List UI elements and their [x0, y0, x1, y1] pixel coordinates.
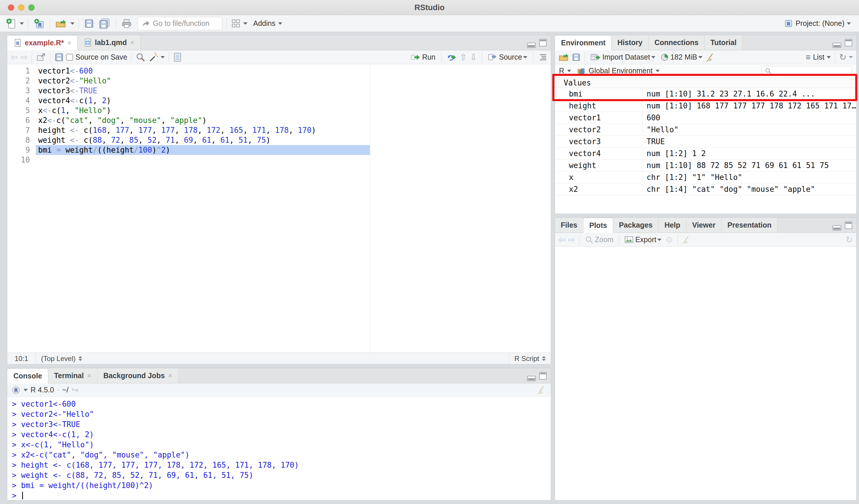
environment-row[interactable]: heightnum [1:10] 168 177 177 177 178 172…	[555, 100, 856, 112]
tab-help[interactable]: Help	[659, 218, 686, 233]
refresh-icon[interactable]: ↻	[839, 53, 846, 62]
save-workspace-icon[interactable]	[572, 53, 581, 62]
list-view-caret[interactable]	[827, 56, 831, 59]
code-line[interactable]: vector4<-c(1, 2)	[36, 96, 370, 106]
maximize-pane-icon[interactable]	[539, 372, 547, 380]
code-line[interactable]	[36, 155, 370, 165]
environment-row[interactable]: weightnum [1:10] 88 72 85 52 71 69 61 61…	[555, 160, 856, 172]
tab-history[interactable]: History	[612, 35, 649, 50]
code-line[interactable]: height <- c(168, 177, 177, 177, 178, 172…	[36, 125, 370, 135]
minimize-pane-icon[interactable]	[832, 225, 841, 231]
source-dropdown-caret[interactable]	[523, 56, 527, 59]
goto-file-function-box[interactable]	[137, 17, 222, 30]
clear-console-broom-icon[interactable]	[537, 385, 547, 395]
document-outline-icon[interactable]	[538, 53, 547, 61]
new-file-button[interactable]	[5, 17, 17, 30]
forward-icon[interactable]: ⇨	[20, 53, 28, 62]
language-selector-label[interactable]: R	[559, 66, 564, 75]
code-line[interactable]: vector3<-TRUE	[36, 86, 370, 96]
close-icon[interactable]: ×	[67, 38, 72, 47]
back-icon[interactable]: ⇦	[11, 53, 18, 62]
r-version-dropdown[interactable]	[24, 389, 28, 391]
close-icon[interactable]: ×	[130, 38, 134, 47]
project-menu-button[interactable]: R Project: (None)	[783, 18, 852, 29]
tab-console[interactable]: Console	[7, 368, 48, 383]
clear-environment-broom-icon[interactable]	[706, 52, 716, 62]
popout-window-icon[interactable]	[36, 52, 46, 62]
code-line[interactable]: bmi = weight/((height/100)^2)	[36, 145, 370, 155]
code-tools-wand-icon[interactable]	[148, 52, 158, 62]
tab-terminal[interactable]: Terminal ×	[48, 368, 98, 383]
save-button[interactable]	[83, 18, 95, 29]
find-replace-icon[interactable]	[136, 52, 146, 62]
pane-layout-button[interactable]	[231, 19, 241, 28]
source-on-save-checkbox[interactable]	[66, 54, 73, 61]
clear-plots-broom-icon[interactable]	[682, 235, 691, 245]
code-line[interactable]: vector1<-600	[36, 66, 370, 76]
code-line[interactable]: x2<-c("cat", "dog", "mouse", "apple")	[36, 115, 370, 125]
global-environment-label[interactable]: Global Environment	[589, 66, 653, 75]
refresh-plots-icon[interactable]: ↻	[846, 235, 853, 244]
console-prompt-line[interactable]: >	[12, 491, 551, 500]
share-directory-icon[interactable]: ↪	[71, 386, 78, 394]
tab-lab1-qmd[interactable]: lab1.qmd ×	[78, 35, 140, 50]
language-selector-caret[interactable]	[567, 70, 571, 72]
go-to-next-chunk-icon[interactable]: ⇩	[470, 53, 477, 62]
maximize-pane-icon[interactable]	[539, 39, 547, 47]
environment-row[interactable]: vector2"Hello"	[555, 124, 856, 136]
code-editor-area[interactable]: 12345678910 vector1<-600vector2<-"Hello"…	[7, 64, 551, 352]
refresh-caret[interactable]	[849, 56, 853, 59]
close-icon[interactable]: ×	[168, 371, 172, 380]
print-button[interactable]	[120, 17, 133, 30]
go-to-previous-chunk-icon[interactable]: ⇧	[460, 53, 467, 62]
previous-plot-icon[interactable]: ⇦	[558, 235, 566, 244]
open-file-button[interactable]	[54, 17, 68, 30]
tab-viewer[interactable]: Viewer	[687, 218, 722, 233]
minimize-pane-icon[interactable]	[832, 43, 841, 48]
zoom-plot-button[interactable]: Zoom	[584, 235, 615, 245]
rerun-icon[interactable]	[447, 53, 457, 62]
code-line[interactable]: weight <- c(88, 72, 85, 52, 71, 69, 61, …	[36, 135, 370, 145]
memory-usage-button[interactable]: 182 MiB	[659, 52, 704, 63]
tab-presentation[interactable]: Presentation	[722, 218, 778, 233]
tab-packages[interactable]: Packages	[613, 218, 659, 233]
maximize-pane-icon[interactable]	[845, 221, 852, 229]
close-icon[interactable]: ×	[87, 371, 91, 380]
goto-file-function-input[interactable]	[153, 19, 218, 28]
maximize-pane-icon[interactable]	[845, 39, 852, 47]
minimize-pane-icon[interactable]	[527, 376, 536, 381]
save-icon[interactable]	[55, 52, 64, 62]
remove-plot-icon[interactable]	[665, 235, 674, 244]
code-line[interactable]: x<-c(1, "Hello")	[36, 106, 370, 115]
environment-row[interactable]: vector3TRUE	[555, 136, 856, 148]
compile-report-icon[interactable]	[173, 52, 182, 62]
load-workspace-icon[interactable]	[558, 52, 570, 62]
export-plot-button[interactable]: Export	[623, 235, 663, 245]
environment-search-box[interactable]	[762, 66, 852, 76]
new-project-button[interactable]: R	[32, 17, 46, 30]
minimize-pane-icon[interactable]	[527, 43, 536, 48]
tab-example-r[interactable]: R example.R* ×	[7, 35, 78, 50]
import-dataset-button[interactable]: Import Dataset	[589, 51, 657, 63]
list-view-label[interactable]: List	[813, 53, 824, 61]
source-button[interactable]: Source	[487, 52, 528, 63]
environment-row[interactable]: vector1600	[555, 112, 856, 124]
next-plot-icon[interactable]: ⇨	[568, 235, 575, 244]
run-button[interactable]: Run	[409, 52, 437, 63]
console-output[interactable]: > vector1<-600> vector2<-"Hello"> vector…	[7, 397, 551, 500]
environment-row[interactable]: vector4num [1:2] 1 2	[555, 148, 856, 160]
tab-tutorial[interactable]: Tutorial	[705, 35, 743, 50]
pane-layout-dropdown[interactable]	[243, 22, 247, 25]
environment-row[interactable]: x2chr [1:4] "cat" "dog" "mouse" "apple"	[555, 184, 856, 195]
tab-files[interactable]: Files	[555, 218, 584, 233]
save-all-button[interactable]	[97, 17, 111, 30]
global-environment-caret[interactable]	[655, 70, 660, 72]
tab-connections[interactable]: Connections	[649, 35, 705, 50]
new-file-dropdown[interactable]	[20, 22, 24, 25]
addins-button[interactable]: Addins	[252, 18, 283, 29]
tab-background-jobs[interactable]: Background Jobs ×	[97, 368, 178, 383]
tab-plots[interactable]: Plots	[584, 218, 613, 233]
document-type-selector[interactable]: R Script	[509, 353, 551, 364]
code-line[interactable]: vector2<-"Hello"	[36, 76, 370, 86]
scope-selector[interactable]: (Top Level)	[36, 355, 82, 363]
